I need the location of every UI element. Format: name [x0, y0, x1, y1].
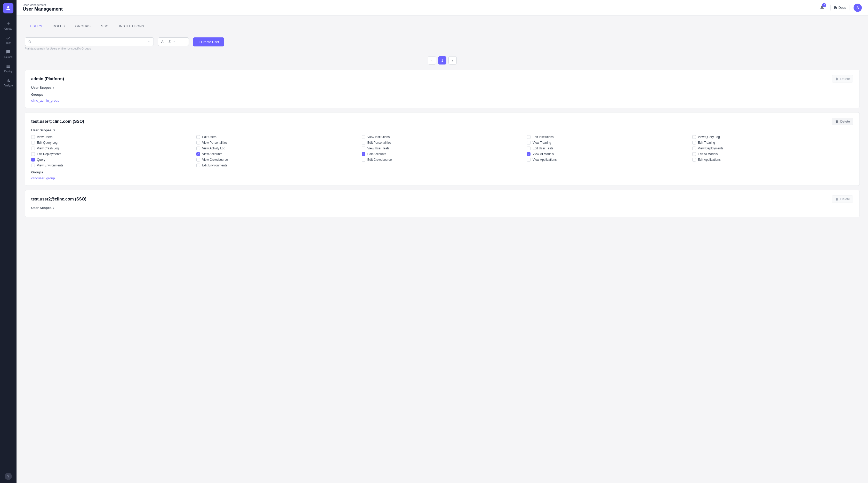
prev-page-button[interactable]: ‹ — [428, 56, 436, 64]
scope-checkbox[interactable] — [362, 147, 365, 150]
scope-label: View Personalities — [202, 141, 227, 145]
page-title: User Management — [23, 6, 63, 12]
dropdown-icon — [147, 40, 150, 43]
sidebar-item-analyze-label: Analyze — [4, 84, 13, 87]
testuser2-scopes-toggle[interactable]: User Scopes › — [31, 206, 853, 210]
tab-groups[interactable]: GROUPS — [70, 22, 96, 31]
scope-checkbox[interactable] — [362, 141, 365, 145]
scope-item: View Environments — [31, 163, 192, 167]
scope-item: Edit Query Log — [31, 141, 192, 145]
search-container: Plaintext search for Users or filter by … — [25, 37, 154, 50]
scope-item: View Crash Log — [31, 147, 192, 150]
sidebar-item-launch[interactable]: Launch — [4, 47, 13, 61]
scope-item: Query — [31, 158, 192, 161]
delete-testuser-button[interactable]: Delete — [832, 118, 853, 125]
testuser-group-tag[interactable]: clincuser_group — [31, 176, 55, 180]
user-card-testuser: test.user@clinc.com (SSO) Delete User Sc… — [25, 112, 860, 186]
admin-group-tag[interactable]: clinc_admin_group — [31, 98, 59, 102]
scope-checkbox[interactable] — [196, 163, 200, 167]
user-avatar[interactable]: A — [854, 4, 862, 12]
scope-label: View User Tests — [367, 147, 390, 150]
tab-users[interactable]: USERS — [25, 22, 48, 31]
scope-item: Edit Accounts — [362, 152, 523, 156]
scope-checkbox[interactable] — [362, 152, 365, 156]
scope-checkbox[interactable] — [31, 163, 35, 167]
scope-checkbox[interactable] — [31, 135, 35, 139]
scope-checkbox[interactable] — [196, 141, 200, 145]
scope-label: View Deployments — [698, 147, 723, 150]
scope-checkbox[interactable] — [692, 135, 696, 139]
scope-checkbox[interactable] — [527, 141, 530, 145]
tab-institutions[interactable]: INSTITUTIONS — [114, 22, 149, 31]
scope-label: View Accounts — [202, 152, 222, 156]
scope-item: Edit Crowdsource — [362, 158, 523, 161]
notifications-button[interactable]: 2 — [818, 3, 826, 12]
scope-label: View Crowdsource — [202, 158, 228, 161]
scope-checkbox[interactable] — [196, 147, 200, 150]
scope-label: View Activity Log — [202, 147, 225, 150]
chevron-right-icon: › — [53, 86, 54, 89]
sidebar-item-deploy-label: Deploy — [4, 70, 12, 73]
scope-label: Edit Users — [202, 135, 216, 139]
scope-checkbox[interactable] — [196, 158, 200, 161]
scope-checkbox[interactable] — [196, 152, 200, 156]
sidebar-item-deploy[interactable]: Deploy — [4, 61, 13, 76]
search-hint: Plaintext search for Users or filter by … — [25, 47, 154, 50]
scope-item: View Users — [31, 135, 192, 139]
scope-label: Edit User Tests — [533, 147, 553, 150]
search-icon — [28, 40, 32, 43]
topbar-titles: User Management User Management — [23, 3, 63, 12]
delete-testuser2-button[interactable]: Delete — [832, 195, 853, 203]
tab-sso[interactable]: SSO — [96, 22, 114, 31]
scope-item: View Crowdsource — [196, 158, 358, 161]
admin-scopes-toggle[interactable]: User Scopes › — [31, 86, 853, 90]
docs-button[interactable]: Docs — [830, 4, 849, 11]
tab-roles[interactable]: ROLES — [48, 22, 70, 31]
create-user-button[interactable]: + Create User — [193, 37, 224, 47]
delete-admin-button[interactable]: Delete — [832, 75, 853, 83]
testuser-scopes-toggle[interactable]: User Scopes ∨ — [31, 128, 853, 132]
scope-checkbox[interactable] — [527, 147, 530, 150]
scope-checkbox[interactable] — [527, 152, 530, 156]
page-1-button[interactable]: 1 — [438, 56, 446, 64]
scope-label: Edit Personalities — [367, 141, 392, 145]
sidebar-item-create[interactable]: Create — [4, 19, 13, 33]
trash-icon-2 — [835, 120, 839, 123]
scope-checkbox[interactable] — [527, 158, 530, 161]
help-button[interactable]: ? — [5, 473, 12, 480]
scope-checkbox[interactable] — [31, 147, 35, 150]
scope-checkbox[interactable] — [31, 152, 35, 156]
scope-label: Edit Institutions — [533, 135, 554, 139]
trash-icon — [835, 77, 839, 81]
scope-checkbox[interactable] — [362, 158, 365, 161]
search-input[interactable] — [34, 40, 145, 43]
create-icon — [6, 21, 11, 26]
sidebar-item-analyze[interactable]: Analyze — [4, 76, 13, 90]
scope-checkbox[interactable] — [692, 152, 696, 156]
scope-label: Query — [37, 158, 45, 161]
scope-checkbox[interactable] — [692, 141, 696, 145]
scope-label: View AI Models — [533, 152, 554, 156]
scope-item: View Activity Log — [196, 147, 358, 150]
user-name-testuser: test.user@clinc.com (SSO) — [31, 119, 84, 124]
scope-item: Edit Environments — [196, 163, 358, 167]
docs-icon — [834, 6, 837, 9]
scope-checkbox[interactable] — [196, 135, 200, 139]
sidebar-item-test-label: Test — [6, 41, 10, 44]
sidebar-item-test[interactable]: Test — [4, 33, 13, 47]
scope-checkbox[interactable] — [362, 135, 365, 139]
breadcrumb: User Management — [23, 3, 63, 6]
scope-label: View Query Log — [698, 135, 720, 139]
app-logo[interactable] — [3, 3, 13, 13]
scope-checkbox[interactable] — [31, 141, 35, 145]
sort-select[interactable]: A — Z — [158, 37, 189, 46]
scope-checkbox[interactable] — [31, 158, 35, 161]
scope-checkbox[interactable] — [527, 135, 530, 139]
scopes-grid: View UsersEdit UsersView InstitutionsEdi… — [31, 135, 853, 167]
next-page-button[interactable]: › — [448, 56, 457, 64]
scope-checkbox[interactable] — [692, 158, 696, 161]
scope-label: View Institutions — [367, 135, 390, 139]
scope-checkbox[interactable] — [692, 147, 696, 150]
scope-item: Edit Institutions — [527, 135, 688, 139]
search-input-wrap — [25, 37, 154, 46]
